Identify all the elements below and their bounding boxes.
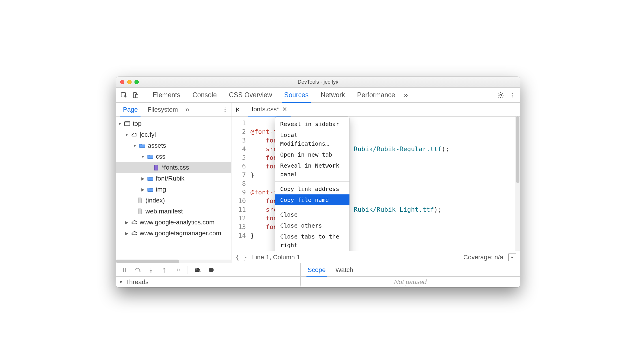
svg-rect-2 [136, 94, 138, 98]
code-area[interactable]: 1 2 3 4 5 6 7 8 9 10 11 12 13 14 @font-f… [231, 117, 520, 251]
context-menu: Reveal in sidebar Local Modifications… O… [275, 117, 350, 251]
tree-file-fonts-css[interactable]: *fonts.css [116, 162, 231, 173]
nav-tab-filesystem[interactable]: Filesystem [143, 103, 182, 116]
svg-point-8 [225, 107, 225, 108]
stylesheet-icon [153, 164, 159, 171]
tree-origin-ga[interactable]: ▶ www.google-analytics.com [116, 217, 231, 228]
debugger-controls [116, 263, 301, 276]
ctx-open-new-tab[interactable]: Open in new tab [275, 149, 349, 160]
device-toolbar-icon[interactable] [130, 90, 140, 100]
file-tree: ▼ top ▼ jec.fyi ▼ assets ▼ css [116, 118, 231, 239]
threads-label: Threads [125, 278, 149, 286]
inspect-icon[interactable] [119, 90, 129, 100]
coverage-status: Coverage: n/a [463, 254, 503, 261]
file-icon [137, 208, 143, 215]
editor-scrollbar[interactable] [515, 117, 520, 251]
tab-elements[interactable]: Elements [147, 88, 186, 102]
ctx-close-right[interactable]: Close tabs to the right [275, 231, 349, 251]
tree-file-web-manifest[interactable]: web.manifest [116, 206, 231, 217]
tab-sources[interactable]: Sources [279, 88, 314, 102]
file-icon [137, 197, 143, 204]
pause-icon[interactable] [121, 266, 128, 274]
cloud-icon [131, 230, 137, 237]
tree-folder-assets[interactable]: ▼ assets [116, 140, 231, 151]
svg-point-15 [150, 271, 151, 273]
svg-point-6 [512, 95, 512, 95]
nav-tab-page[interactable]: Page [119, 103, 142, 116]
devtools-window: DevTools - jec.fyi/ Elements Console CSS… [116, 77, 520, 287]
tab-performance[interactable]: Performance [352, 88, 401, 102]
ctx-reveal-sidebar[interactable]: Reveal in sidebar [275, 119, 349, 130]
sources-subbar: Page Filesystem » fonts.css* ✕ [116, 103, 520, 117]
side-tab-scope[interactable]: Scope [308, 263, 326, 276]
navigator-sidebar[interactable]: ▼ top ▼ jec.fyi ▼ assets ▼ css [116, 117, 231, 263]
step-out-icon[interactable] [160, 266, 168, 274]
tab-css-overview[interactable]: CSS Overview [224, 88, 277, 102]
side-tab-watch[interactable]: Watch [335, 263, 353, 276]
editor-statusbar: { } Line 1, Column 1 Coverage: n/a [231, 251, 520, 263]
ctx-reveal-network[interactable]: Reveal in Network panel [275, 160, 349, 180]
main-tabstrip: Elements Console CSS Overview Sources Ne… [116, 88, 520, 103]
svg-point-4 [500, 94, 502, 96]
pretty-print-icon[interactable]: { } [235, 254, 247, 261]
debugger-side-tabs: Scope Watch [301, 263, 520, 276]
ctx-copy-file-name[interactable]: Copy file name [275, 194, 349, 205]
status-dropdown-icon[interactable] [508, 254, 516, 261]
tree-folder-css[interactable]: ▼ css [116, 151, 231, 162]
ctx-close-all[interactable]: Close all [275, 251, 349, 251]
svg-point-9 [225, 109, 225, 110]
navigator-more-icon[interactable] [221, 107, 229, 112]
step-over-icon[interactable] [134, 266, 141, 274]
cursor-position: Line 1, Column 1 [252, 254, 300, 261]
frame-icon [124, 121, 130, 127]
pause-on-exceptions-icon[interactable] [207, 266, 215, 274]
tree-frame-top[interactable]: ▼ top [116, 118, 231, 129]
cloud-icon [131, 219, 137, 226]
svg-point-10 [225, 111, 225, 112]
svg-point-17 [179, 269, 180, 271]
file-tab-fonts-css[interactable]: fonts.css* ✕ [248, 103, 291, 117]
navigator-tabs: Page Filesystem » [116, 103, 231, 116]
tabs-overflow[interactable]: » [402, 88, 409, 102]
step-into-icon[interactable] [147, 266, 155, 274]
settings-gear-icon[interactable] [496, 90, 506, 100]
window-title: DevTools - jec.fyi/ [116, 79, 520, 85]
sources-main: ▼ top ▼ jec.fyi ▼ assets ▼ css [116, 117, 520, 263]
ctx-local-modifications[interactable]: Local Modifications… [275, 130, 349, 149]
deactivate-breakpoints-icon[interactable] [194, 266, 202, 274]
tab-console[interactable]: Console [187, 88, 222, 102]
ctx-close-others[interactable]: Close others [275, 220, 349, 231]
svg-rect-12 [123, 268, 124, 272]
folder-icon [147, 186, 154, 193]
ctx-separator [275, 207, 349, 207]
tree-origin-gtm[interactable]: ▶ www.googletagmanager.com [116, 228, 231, 239]
folder-icon [147, 175, 154, 182]
toggle-navigator-icon[interactable] [234, 105, 243, 114]
separator [188, 266, 188, 274]
svg-rect-13 [125, 268, 126, 272]
svg-point-14 [139, 271, 141, 272]
cloud-icon [131, 132, 137, 138]
file-tab-label: fonts.css* [252, 106, 279, 113]
sidebar-scrollbar[interactable] [116, 260, 231, 263]
kebab-menu-icon[interactable] [507, 90, 517, 100]
folder-icon [147, 153, 154, 160]
nav-tabs-overflow[interactable]: » [184, 103, 191, 116]
ctx-copy-link[interactable]: Copy link address [275, 183, 349, 194]
tree-origin-jec-fyi[interactable]: ▼ jec.fyi [116, 129, 231, 140]
folder-icon [139, 142, 145, 149]
tab-network[interactable]: Network [315, 88, 350, 102]
step-icon[interactable] [174, 266, 181, 274]
chevron-down-icon: ▼ [119, 280, 123, 284]
tree-folder-img[interactable]: ▶ img [116, 184, 231, 195]
svg-point-7 [512, 96, 512, 97]
debugger-toolbar: Scope Watch [116, 263, 520, 276]
line-gutter: 1 2 3 4 5 6 7 8 9 10 11 12 13 14 [231, 117, 249, 251]
ctx-close[interactable]: Close [275, 209, 349, 220]
ctx-separator [275, 181, 349, 182]
tree-file-index[interactable]: (index) [116, 195, 231, 206]
titlebar: DevTools - jec.fyi/ [116, 77, 520, 88]
tree-folder-font-rubik[interactable]: ▶ font/Rubik [116, 173, 231, 184]
close-tab-icon[interactable]: ✕ [282, 106, 287, 113]
svg-rect-11 [125, 122, 130, 126]
